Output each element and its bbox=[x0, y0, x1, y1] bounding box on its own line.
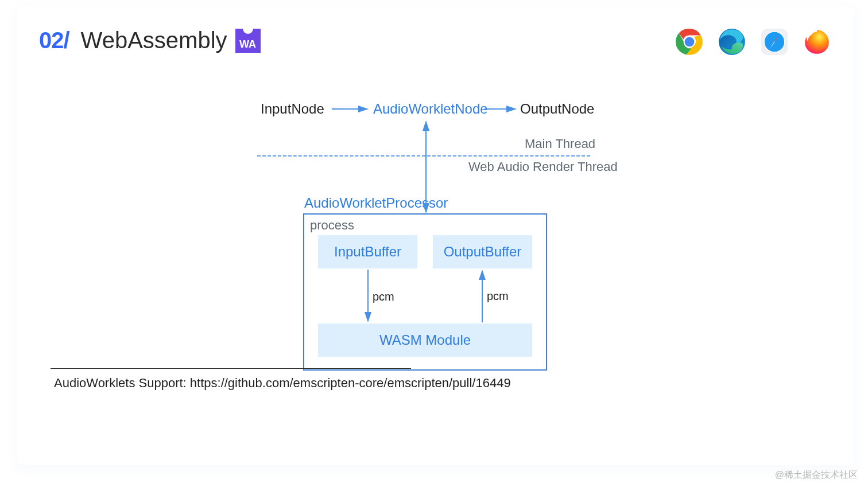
worklet-node-label: AudioWorkletNode bbox=[373, 101, 488, 117]
output-buffer-box: OutputBuffer bbox=[433, 235, 532, 268]
pcm-left-label: pcm bbox=[373, 290, 394, 303]
footnote-rule bbox=[51, 368, 411, 369]
slide-card: 02/ WebAssembly WA bbox=[17, 7, 854, 465]
render-thread-label: Web Audio Render Thread bbox=[468, 159, 618, 174]
input-buffer-box: InputBuffer bbox=[318, 235, 417, 268]
diagram: InputNode AudioWorkletNode OutputNode Ma… bbox=[17, 7, 854, 465]
thread-divider bbox=[257, 155, 590, 157]
main-thread-label: Main Thread bbox=[525, 137, 595, 151]
wasm-module-box: WASM Module bbox=[318, 324, 532, 357]
footnote: AudioWorklets Support: https://github.co… bbox=[54, 376, 511, 391]
pcm-right-label: pcm bbox=[487, 290, 509, 303]
input-node-label: InputNode bbox=[261, 101, 324, 117]
processor-label: AudioWorkletProcessor bbox=[304, 195, 448, 211]
process-label: process bbox=[310, 218, 354, 233]
output-node-label: OutputNode bbox=[520, 101, 594, 117]
watermark: @稀土掘金技术社区 bbox=[775, 469, 858, 481]
